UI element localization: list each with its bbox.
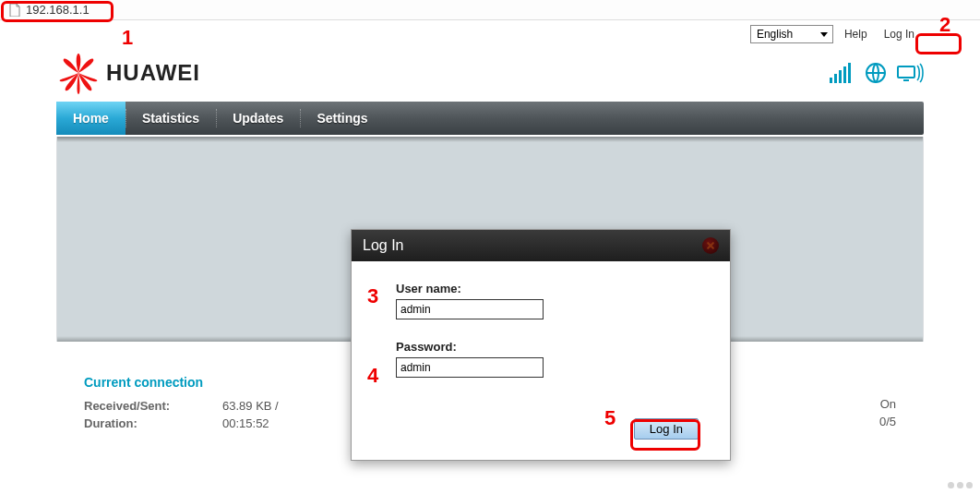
nav-label: Updates: [233, 111, 283, 126]
password-field-group: Password:: [396, 340, 699, 378]
top-strip: English Help Log In: [56, 24, 924, 44]
url-text: 192.168.1.1: [26, 3, 90, 17]
svg-rect-1: [834, 74, 837, 83]
brand-row: HUAWEI: [56, 44, 924, 102]
browser-urlbar: 192.168.1.1: [0, 0, 980, 20]
huawei-flower-icon: [56, 52, 101, 94]
duration-value: 00:15:52: [222, 416, 269, 430]
svg-rect-6: [898, 66, 914, 78]
close-icon[interactable]: [702, 237, 719, 254]
carousel-dots: [948, 482, 973, 488]
status-icons: [830, 62, 924, 84]
language-select-wrap: English: [750, 25, 833, 43]
svg-rect-2: [839, 70, 842, 83]
nav-label: Statistics: [142, 111, 199, 126]
received-sent-label: Received/Sent:: [84, 399, 222, 413]
svg-rect-0: [830, 78, 832, 83]
login-submit-button[interactable]: Log In: [634, 418, 699, 440]
nav-label: Home: [73, 111, 109, 126]
page-icon: [9, 4, 20, 17]
duration-label: Duration:: [84, 416, 222, 430]
brand-logo: HUAWEI: [56, 52, 200, 94]
nav-settings[interactable]: Settings: [300, 102, 384, 135]
globe-icon: [865, 62, 887, 84]
right-val-2: 0/5: [879, 415, 896, 428]
username-label: User name:: [396, 282, 699, 295]
language-select[interactable]: English: [750, 25, 833, 43]
nav-updates[interactable]: Updates: [216, 102, 300, 135]
login-modal-titlebar: Log In: [352, 230, 730, 261]
brand-name: HUAWEI: [106, 60, 200, 86]
right-val-1: On: [880, 397, 896, 411]
monitor-broadcast-icon: [896, 63, 924, 83]
nav-home[interactable]: Home: [56, 102, 125, 135]
svg-rect-3: [843, 66, 846, 83]
connection-heading: Current connection: [84, 375, 330, 390]
password-label: Password:: [396, 340, 699, 354]
main-nav: Home Statistics Updates Settings: [56, 102, 924, 135]
login-link[interactable]: Log In: [878, 27, 920, 42]
login-modal-title: Log In: [363, 237, 403, 254]
svg-rect-7: [903, 79, 909, 81]
username-field-group: User name:: [396, 282, 699, 319]
svg-rect-4: [848, 63, 851, 83]
received-sent-value: 63.89 KB /: [222, 399, 279, 413]
help-link[interactable]: Help: [841, 28, 871, 41]
nav-label: Settings: [317, 111, 367, 126]
url-field[interactable]: 192.168.1.1: [4, 2, 95, 18]
login-modal: Log In User name: Password: Log In: [351, 229, 731, 461]
connection-section: Current connection Received/Sent: 63.89 …: [84, 375, 330, 434]
signal-icon: [830, 63, 855, 83]
nav-statistics[interactable]: Statistics: [125, 102, 216, 135]
password-input[interactable]: [396, 357, 544, 378]
username-input[interactable]: [396, 299, 544, 319]
